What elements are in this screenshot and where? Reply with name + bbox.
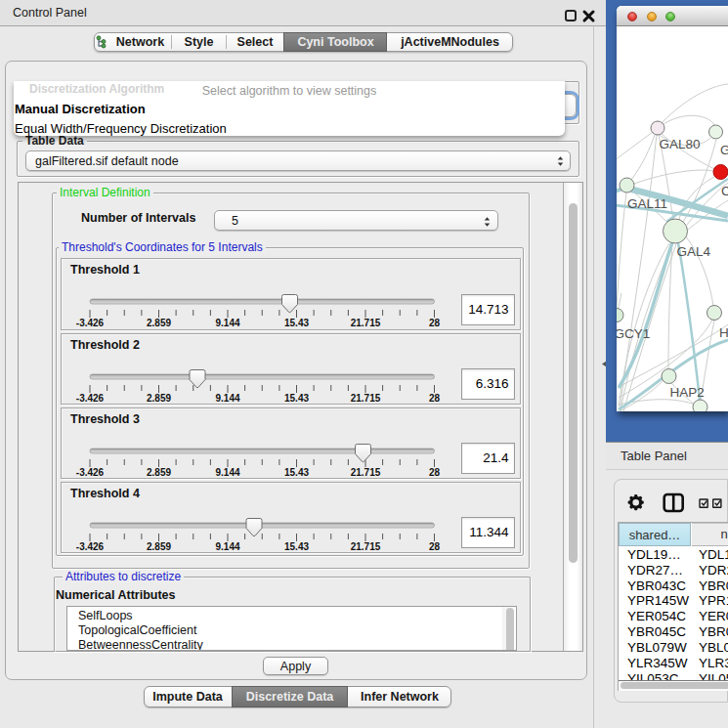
svg-text:2.859: 2.859	[147, 318, 171, 328]
svg-text:28: 28	[429, 393, 441, 404]
svg-text:GA: GA	[720, 143, 728, 157]
svg-text:15.43: 15.43	[284, 393, 309, 404]
svg-text:2.859: 2.859	[147, 541, 171, 552]
svg-text:C: C	[721, 184, 728, 198]
svg-text:21.715: 21.715	[351, 467, 381, 478]
svg-text:15.43: 15.43	[284, 541, 309, 552]
svg-text:9.144: 9.144	[215, 393, 239, 404]
svg-text:-3.426: -3.426	[76, 393, 105, 404]
svg-text:28: 28	[429, 541, 441, 552]
svg-text:2.859: 2.859	[147, 467, 171, 478]
svg-text:9.144: 9.144	[215, 541, 239, 552]
svg-text:21.715: 21.715	[351, 318, 381, 328]
svg-text:-3.426: -3.426	[76, 541, 105, 552]
svg-text:15.43: 15.43	[284, 467, 309, 478]
svg-text:H: H	[719, 325, 728, 340]
svg-text:28: 28	[429, 467, 441, 478]
svg-text:GCY1: GCY1	[617, 326, 650, 341]
svg-text:15.43: 15.43	[284, 318, 309, 328]
svg-text:-3.426: -3.426	[76, 467, 105, 478]
svg-text:9.144: 9.144	[215, 318, 239, 328]
svg-text:GAL80: GAL80	[660, 137, 701, 151]
svg-text:GAL11: GAL11	[627, 196, 667, 211]
svg-text:2.859: 2.859	[147, 393, 171, 404]
svg-text:21.715: 21.715	[351, 541, 381, 552]
svg-text:21.715: 21.715	[351, 393, 381, 404]
svg-text:-3.426: -3.426	[76, 318, 105, 328]
svg-text:9.144: 9.144	[215, 467, 239, 478]
svg-text:GAL4: GAL4	[677, 244, 711, 259]
svg-text:28: 28	[429, 318, 441, 328]
svg-text:HAP2: HAP2	[670, 385, 705, 400]
